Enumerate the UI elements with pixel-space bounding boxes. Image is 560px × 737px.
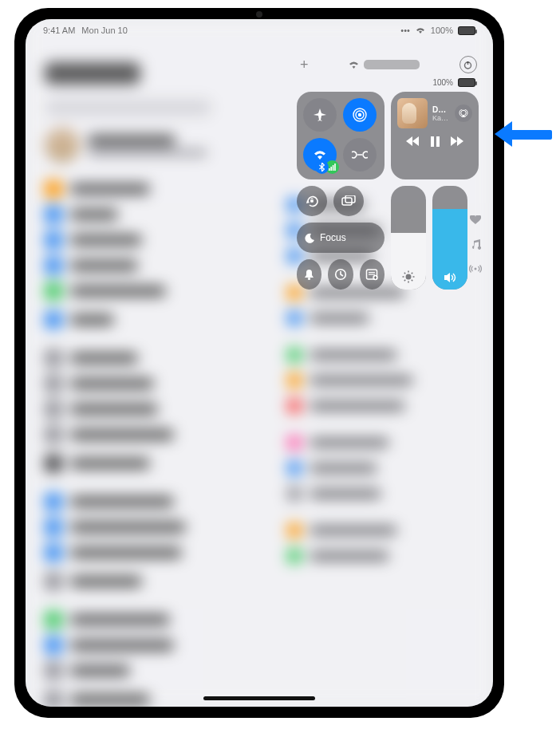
fast-forward-button[interactable] — [451, 136, 465, 147]
power-button[interactable] — [459, 56, 477, 73]
svg-line-27 — [404, 273, 405, 274]
battery-pct-cc: 100% — [432, 78, 453, 87]
svg-rect-11 — [431, 136, 434, 147]
status-dots-icon: ••• — [400, 26, 410, 35]
battery-pct: 100% — [431, 26, 453, 35]
brightness-slider[interactable] — [391, 186, 426, 290]
volume-icon — [444, 272, 457, 283]
airplay-button[interactable] — [455, 104, 472, 122]
moon-icon — [305, 233, 315, 243]
battery-icon — [458, 26, 475, 35]
svg-rect-15 — [345, 195, 355, 203]
svg-point-22 — [406, 274, 412, 280]
quick-note-button[interactable] — [360, 259, 385, 290]
svg-rect-12 — [436, 136, 440, 147]
music-icon — [471, 239, 481, 250]
wifi-icon — [349, 61, 359, 69]
focus-button[interactable]: Focus — [297, 223, 385, 253]
rotation-lock-button[interactable] — [297, 186, 327, 216]
personal-hotspot-toggle[interactable] — [343, 138, 377, 171]
screen: 9:41 AM Mon Jun 10 ••• 100% + — [26, 19, 493, 707]
battery-icon-cc — [458, 78, 475, 87]
svg-rect-6 — [330, 167, 332, 171]
hotspot-icon — [469, 265, 482, 273]
connectivity-card[interactable] — [297, 92, 385, 179]
status-time: 9:41 AM — [43, 26, 75, 35]
callout-arrow — [495, 121, 552, 147]
control-center: + 100% — [297, 56, 480, 290]
svg-point-2 — [358, 113, 361, 116]
album-art — [397, 98, 428, 128]
media-artist: Kacey Musgraves — [432, 114, 450, 122]
timer-button[interactable] — [328, 259, 353, 290]
ipad-device-frame: 9:41 AM Mon Jun 10 ••• 100% + — [14, 8, 504, 718]
heart-icon — [470, 215, 481, 225]
wifi-toggle[interactable] — [303, 138, 337, 171]
cellular-badge-icon — [329, 164, 336, 171]
camera-dot — [256, 11, 262, 18]
svg-rect-5 — [329, 168, 330, 171]
svg-rect-14 — [342, 198, 352, 205]
svg-point-16 — [308, 278, 310, 280]
silent-mode-button[interactable] — [297, 259, 321, 290]
side-indicators — [469, 215, 482, 273]
status-date: Mon Jun 10 — [81, 26, 127, 35]
now-playing-card[interactable]: Deeper Well Kacey Musgraves — [391, 92, 479, 179]
device-chip[interactable] — [349, 60, 420, 69]
media-title: Deeper Well — [432, 105, 450, 114]
volume-slider[interactable] — [432, 186, 467, 290]
svg-line-29 — [404, 280, 405, 281]
screen-mirroring-button[interactable] — [333, 186, 364, 216]
svg-line-28 — [412, 280, 412, 281]
svg-rect-13 — [310, 200, 314, 203]
svg-rect-8 — [334, 164, 336, 171]
pause-button[interactable] — [431, 136, 440, 147]
airdrop-toggle[interactable] — [343, 98, 377, 132]
svg-rect-7 — [333, 165, 334, 171]
rewind-button[interactable] — [405, 136, 420, 147]
focus-label: Focus — [320, 232, 346, 243]
status-bar: 9:41 AM Mon Jun 10 ••• 100% — [26, 26, 493, 35]
svg-line-30 — [412, 273, 412, 274]
brightness-icon — [402, 270, 415, 283]
wifi-status-icon — [415, 26, 426, 34]
bluetooth-badge-icon — [319, 163, 325, 171]
airplane-mode-toggle[interactable] — [303, 98, 337, 132]
home-indicator[interactable] — [203, 696, 315, 700]
svg-point-9 — [461, 110, 466, 115]
svg-point-31 — [475, 268, 477, 270]
add-control-button[interactable]: + — [300, 57, 309, 73]
